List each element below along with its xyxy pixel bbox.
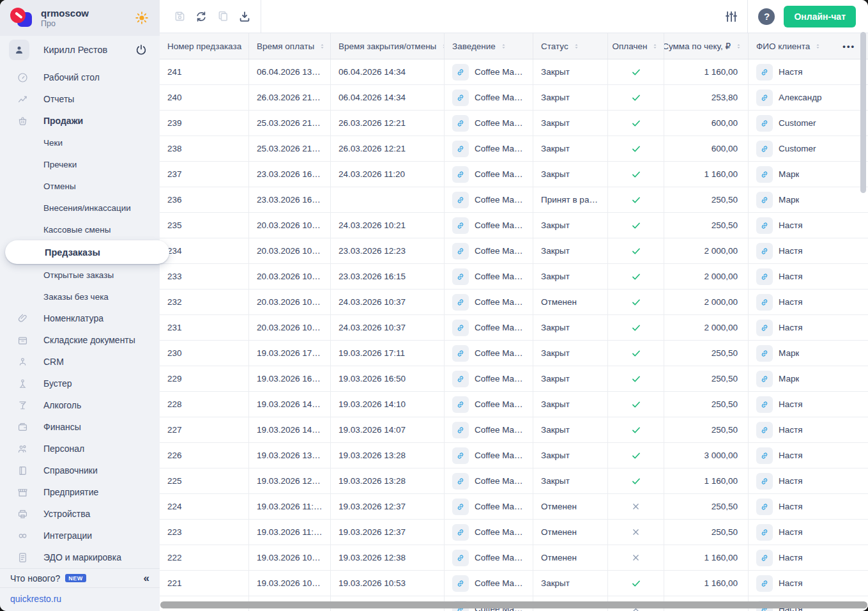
sidebar-item-booster[interactable]: Бустер: [0, 373, 160, 394]
client-link-icon[interactable]: [756, 89, 773, 106]
client-link-icon[interactable]: [756, 371, 773, 387]
client-link-icon[interactable]: [756, 447, 773, 464]
table-row[interactable]: 22119.03.2026 10:5119.03.2026 10:53Coffe…: [160, 571, 868, 596]
sidebar-item-open-orders[interactable]: Открытые заказы: [0, 264, 160, 286]
sidebar-item-integrations[interactable]: Интеграции: [0, 525, 160, 546]
horizontal-scrollbar-thumb[interactable]: [160, 601, 867, 608]
client-link-icon[interactable]: [756, 345, 773, 362]
sidebar-item-devices[interactable]: Устройства: [0, 503, 160, 525]
vertical-scrollbar-thumb[interactable]: [860, 32, 866, 193]
venue-link-icon[interactable]: [452, 320, 469, 336]
sidebar-item-directories[interactable]: Справочники: [0, 460, 160, 481]
logout-power-icon[interactable]: [134, 43, 148, 57]
table-row[interactable]: 22319.03.2026 11:5919.03.2026 12:37Coffe…: [160, 520, 868, 545]
column-header-number[interactable]: Номер предзаказа: [160, 33, 249, 59]
table-row[interactable]: 22919.03.2026 16:4219.03.2026 16:50Coffe…: [160, 366, 868, 392]
sidebar-item-receipts[interactable]: Чеки: [0, 132, 160, 153]
venue-link-icon[interactable]: [452, 550, 469, 566]
column-header-client[interactable]: ФИО клиента•••: [749, 33, 868, 59]
client-link-icon[interactable]: [756, 64, 773, 81]
sidebar-item-edo[interactable]: ЭДО и маркировка: [0, 546, 160, 568]
column-header-venue[interactable]: Заведение: [445, 33, 533, 59]
table-row[interactable]: 23019.03.2026 17:1019.03.2026 17:11Coffe…: [160, 341, 868, 366]
save-button[interactable]: [169, 6, 190, 27]
table-row[interactable]: 23120.03.2026 10:0824.03.2026 10:37Coffe…: [160, 315, 868, 341]
table-row[interactable]: 23520.03.2026 10:1724.03.2026 10:21Coffe…: [160, 213, 868, 238]
client-link-icon[interactable]: [756, 294, 773, 311]
table-row[interactable]: 22419.03.2026 11:5919.03.2026 12:37Coffe…: [160, 494, 868, 520]
sidebar-item-cancellations[interactable]: Отмены: [0, 175, 160, 197]
client-link-icon[interactable]: [756, 473, 773, 490]
copy-button[interactable]: [212, 6, 234, 27]
sort-icon[interactable]: [814, 42, 822, 50]
venue-link-icon[interactable]: [452, 422, 469, 438]
sidebar-item-finance[interactable]: Финансы: [0, 416, 160, 438]
sidebar-item-desktop[interactable]: Рабочий стол: [0, 66, 160, 88]
sort-icon[interactable]: [318, 42, 326, 50]
table-row[interactable]: 22519.03.2026 12:5319.03.2026 13:28Coffe…: [160, 468, 868, 494]
table-row[interactable]: 22719.03.2026 14:0519.03.2026 14:07Coffe…: [160, 417, 868, 443]
table-row[interactable]: 22219.03.2026 10:5219.03.2026 12:38Coffe…: [160, 545, 868, 571]
venue-link-icon[interactable]: [452, 64, 469, 81]
client-link-icon[interactable]: [756, 499, 773, 515]
client-link-icon[interactable]: [756, 524, 773, 541]
client-link-icon[interactable]: [756, 575, 773, 592]
venue-link-icon[interactable]: [452, 192, 469, 208]
table-row[interactable]: 22819.03.2026 14:1019.03.2026 14:10Coffe…: [160, 392, 868, 417]
venue-link-icon[interactable]: [452, 115, 469, 132]
table-row[interactable]: 23723.03.2026 16:3724.03.2026 11:20Coffe…: [160, 162, 868, 187]
sort-icon[interactable]: [735, 42, 743, 50]
sidebar-item-reports[interactable]: Отчеты: [0, 88, 160, 110]
client-link-icon[interactable]: [756, 268, 773, 285]
sort-icon[interactable]: [440, 42, 445, 50]
sidebar-item-preorders[interactable]: Предзаказы: [5, 240, 169, 264]
table-row[interactable]: 23925.03.2026 21:2726.03.2026 12:21Coffe…: [160, 111, 868, 136]
refresh-button[interactable]: [190, 6, 212, 27]
client-link-icon[interactable]: [756, 115, 773, 132]
sidebar-item-enterprise[interactable]: Предприятие: [0, 481, 160, 503]
venue-link-icon[interactable]: [452, 294, 469, 311]
client-link-icon[interactable]: [756, 243, 773, 259]
venue-link-icon[interactable]: [452, 447, 469, 464]
sidebar-item-shifts[interactable]: Кассовые смены: [0, 219, 160, 240]
help-button[interactable]: ?: [758, 8, 775, 25]
sort-icon[interactable]: [499, 42, 508, 50]
venue-link-icon[interactable]: [452, 499, 469, 515]
sort-icon[interactable]: [651, 42, 659, 50]
venue-link-icon[interactable]: [452, 243, 469, 259]
venue-link-icon[interactable]: [452, 371, 469, 387]
user-row[interactable]: Кирилл Рестов: [0, 36, 160, 64]
venue-link-icon[interactable]: [452, 268, 469, 285]
online-chat-button[interactable]: Онлайн-чат: [784, 6, 856, 27]
client-link-icon[interactable]: [756, 320, 773, 336]
column-header-paid[interactable]: Оплачен: [608, 33, 664, 59]
sidebar-item-warehouse[interactable]: Складские документы: [0, 329, 160, 351]
download-button[interactable]: [234, 6, 255, 27]
venue-link-icon[interactable]: [452, 89, 469, 106]
column-header-status[interactable]: Статус: [533, 33, 608, 59]
sidebar-item-nomenclature[interactable]: Номенклатура: [0, 307, 160, 329]
venue-link-icon[interactable]: [452, 473, 469, 490]
sidebar-item-sales[interactable]: Продажи: [0, 110, 160, 132]
table-row[interactable]: 23220.03.2026 10:1024.03.2026 10:37Coffe…: [160, 290, 868, 315]
column-header-paid_time[interactable]: Время оплаты: [249, 33, 331, 59]
whats-new-link[interactable]: Что нового?: [10, 573, 60, 584]
table-row[interactable]: 23623.03.2026 16:28Coffee Mafia...Принят…: [160, 187, 868, 213]
client-link-icon[interactable]: [756, 217, 773, 234]
venue-link-icon[interactable]: [452, 217, 469, 234]
sidebar-item-cash-ops[interactable]: Внесения/инкассации: [0, 197, 160, 219]
column-header-closed_time[interactable]: Время закрытия/отмены: [331, 33, 445, 59]
client-link-icon[interactable]: [756, 141, 773, 157]
sidebar-item-crm[interactable]: CRM: [0, 351, 160, 373]
sidebar-item-no-receipt[interactable]: Заказы без чека: [0, 286, 160, 307]
column-header-amount[interactable]: Сумма по чеку, ₽: [664, 33, 749, 59]
client-link-icon[interactable]: [756, 166, 773, 183]
venue-link-icon[interactable]: [452, 524, 469, 541]
venue-link-icon[interactable]: [452, 396, 469, 413]
table-row[interactable]: 24026.03.2026 21:3006.04.2026 14:34Coffe…: [160, 85, 868, 111]
client-link-icon[interactable]: [756, 422, 773, 438]
brightness-sun-icon[interactable]: [134, 10, 149, 26]
venue-link-icon[interactable]: [452, 166, 469, 183]
venue-link-icon[interactable]: [452, 345, 469, 362]
sort-icon[interactable]: [572, 42, 581, 50]
